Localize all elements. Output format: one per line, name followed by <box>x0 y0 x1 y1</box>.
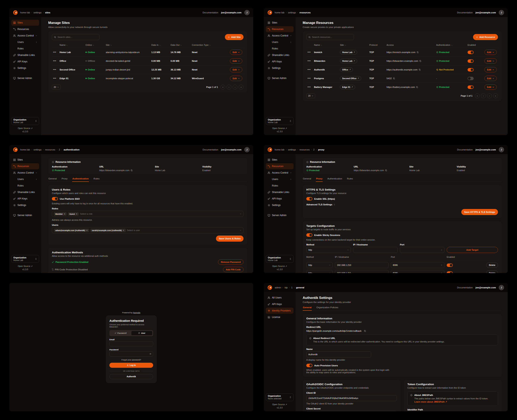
first-page-button[interactable]: « <box>220 85 225 90</box>
breadcrumb-item[interactable]: home-lab <box>275 149 284 151</box>
page-size-select[interactable]: 20 <box>52 85 61 90</box>
edit-button[interactable]: Edit <box>230 76 242 81</box>
breadcrumb-item[interactable]: general <box>296 286 304 289</box>
organization-switcher[interactable]: OrganizationNone selected <box>266 393 294 401</box>
edit-button[interactable]: Edit <box>484 58 497 64</box>
sidebar-item-shareable-links[interactable]: Shareable Links <box>266 189 294 195</box>
enabled-toggle[interactable] <box>468 77 474 80</box>
breadcrumb-item[interactable]: home-lab <box>275 11 284 14</box>
breadcrumb-item[interactable]: resources <box>299 149 310 151</box>
edit-button[interactable]: Edit <box>484 67 497 72</box>
copy-icon[interactable] <box>364 330 366 332</box>
row-menu-button[interactable]: ••• <box>308 77 311 80</box>
sidebar-item-shareable-links[interactable]: Shareable Links <box>11 189 39 195</box>
sidebar-item-users[interactable]: Users <box>266 39 294 45</box>
prev-page-button[interactable]: ‹ <box>227 85 231 90</box>
add-target-button[interactable]: Add Target <box>447 247 498 253</box>
user-email[interactable]: joe@example.com <box>475 149 496 151</box>
client-id-input[interactable] <box>306 395 397 401</box>
prev-page-button[interactable]: ‹ <box>481 93 486 98</box>
user-email[interactable]: joe@example.com <box>475 286 496 289</box>
site-pill[interactable]: Home Lab↗ <box>340 50 357 54</box>
avatar[interactable]: J <box>244 10 250 15</box>
organization-switcher[interactable]: OrganizationHome Lab <box>11 117 39 125</box>
sidebar-item-access-control[interactable]: Access Control <box>266 33 294 39</box>
row-menu-button[interactable]: ••• <box>308 51 311 54</box>
sidebar-item-license[interactable]: License <box>266 314 294 320</box>
tab-proxy[interactable]: Proxy <box>61 177 68 182</box>
sidebar-item-shareable-links[interactable]: Shareable Links <box>266 52 294 58</box>
sidebar-item-resources[interactable]: Resources <box>266 163 294 169</box>
edit-button[interactable]: Edit <box>484 76 497 81</box>
user-chip[interactable]: sarah@example.com (Authentik)✕ <box>90 229 126 232</box>
sidebar-item-sites[interactable]: Sites <box>266 157 294 163</box>
remove-chip-icon[interactable]: ✕ <box>76 213 77 215</box>
copy-icon[interactable] <box>416 86 418 88</box>
sidebar-item-server-admin[interactable]: Server Admin <box>266 75 294 81</box>
tab-organization-policies[interactable]: Organization Policies <box>316 306 339 310</box>
search-input[interactable] <box>306 34 354 40</box>
open-source-link[interactable]: Open Source ↗ <box>266 127 294 129</box>
documentation-link[interactable]: Documentation <box>457 11 473 14</box>
add-site-button[interactable]: Add Site <box>225 34 243 40</box>
sidebar-item-access-control[interactable]: Access Control <box>11 33 39 39</box>
add-pin-code-button[interactable]: Add PIN Code <box>223 267 243 272</box>
sidebar-item-sites[interactable]: Sites <box>11 157 39 163</box>
sidebar-item-roles[interactable]: Roles <box>266 45 294 52</box>
edit-button[interactable]: Edit <box>484 84 497 90</box>
next-page-button[interactable]: › <box>487 93 492 98</box>
tab-rules[interactable]: Rules <box>93 177 100 182</box>
row-menu-button[interactable]: ••• <box>53 60 56 62</box>
add-resource-button[interactable]: Add Resource <box>473 34 498 40</box>
user-chip[interactable]: adam@example.com (Authentik)✕ <box>54 229 89 232</box>
sidebar-item-server-admin[interactable]: Server Admin <box>11 75 39 81</box>
ip-hostname-input[interactable] <box>353 247 398 253</box>
breadcrumb-item[interactable]: settings <box>288 149 296 151</box>
breadcrumb-item[interactable]: resources <box>299 11 311 14</box>
remove-chip-icon[interactable]: ✕ <box>86 229 88 232</box>
client-secret-input[interactable]: ••••••••••••••••••••••••••••••••••••••••… <box>306 411 397 411</box>
sidebar-item-api-keys[interactable]: API Keys <box>11 196 39 202</box>
breadcrumb-item[interactable]: sites <box>45 11 50 14</box>
user-email[interactable]: joe@example.com <box>221 149 242 151</box>
sidebar-item-users[interactable]: Users <box>11 39 39 45</box>
target-ip-input[interactable] <box>335 270 388 273</box>
row-menu-button[interactable]: ••• <box>53 68 56 71</box>
documentation-link[interactable]: Documentation <box>203 149 218 151</box>
documentation-link[interactable]: Documentation <box>203 11 218 14</box>
enabled-toggle[interactable] <box>468 85 474 89</box>
authentik-sso-button[interactable]: Authentik <box>109 374 153 379</box>
tab-general[interactable]: General <box>48 177 57 182</box>
open-source-link[interactable]: Open Source ↗ <box>11 127 39 129</box>
sidebar-item-resources[interactable]: Resources <box>11 163 39 169</box>
tab-user[interactable]: User <box>131 331 152 336</box>
delete-target-button[interactable]: Delete <box>486 270 498 273</box>
save-https-tls-button[interactable]: Save HTTPS & TLS Settings <box>461 209 498 215</box>
sidebar-item-settings[interactable]: Settings <box>11 65 39 71</box>
avatar[interactable]: J <box>499 10 504 15</box>
site-pill[interactable]: Second Office↗ <box>340 76 361 81</box>
search-input[interactable] <box>52 34 99 40</box>
target-enabled-toggle[interactable] <box>447 271 453 273</box>
breadcrumb-item[interactable]: 2 <box>59 149 60 151</box>
target-method-select[interactable]: http <box>306 262 333 268</box>
method-select[interactable]: http <box>306 247 351 253</box>
tab-password[interactable]: Password <box>110 331 131 336</box>
next-page-button[interactable]: › <box>233 85 237 90</box>
enabled-toggle[interactable] <box>468 59 474 63</box>
breadcrumb-item[interactable]: admin <box>275 286 281 289</box>
roles-multiselect[interactable]: Member✕ Guest✕ Select a role <box>52 211 243 217</box>
breadcrumb-item[interactable]: 2 <box>313 149 314 151</box>
site-pill[interactable]: Edge 01↗ <box>340 85 355 89</box>
sidebar-item-sites[interactable]: Sites <box>11 20 39 26</box>
organization-switcher[interactable]: OrganizationHome Lab <box>11 255 39 263</box>
copy-icon[interactable] <box>419 60 421 62</box>
first-page-button[interactable]: « <box>475 93 480 98</box>
edit-button[interactable]: Edit <box>230 58 242 64</box>
pangolin-link[interactable]: Pangolin <box>133 311 140 314</box>
page-size-select[interactable]: 20 <box>306 93 315 98</box>
tab-authentication[interactable]: Authentication <box>72 177 89 182</box>
sidebar-item-api-keys[interactable]: API Keys <box>266 59 294 65</box>
enabled-toggle[interactable] <box>468 68 474 71</box>
edit-button[interactable]: Edit <box>484 50 497 55</box>
